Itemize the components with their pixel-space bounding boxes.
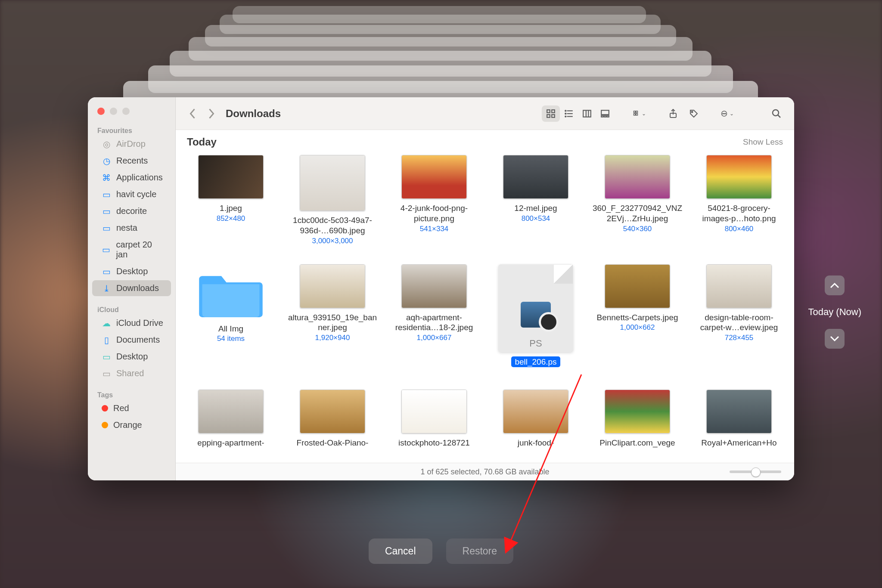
folder-icon: ▭	[102, 207, 111, 216]
sidebar-item-havit-cycle[interactable]: ▭havit cycle	[92, 186, 171, 202]
window-title: Downloads	[226, 108, 281, 120]
svg-point-26	[725, 113, 726, 114]
timeline-next-button[interactable]	[825, 329, 845, 349]
status-text: 1 of 625 selected, 70.68 GB available	[420, 467, 549, 477]
sidebar-item-nesta[interactable]: ▭nesta	[92, 220, 171, 236]
sidebar-item-desktop[interactable]: ▭Desktop	[92, 263, 171, 279]
share-button[interactable]	[664, 105, 682, 122]
file-item[interactable]: epping-apartment-	[180, 387, 282, 456]
svg-rect-17	[634, 111, 636, 113]
file-item[interactable]: Frosted-Oak-Piano-	[282, 387, 383, 456]
app-icon: ⌘	[102, 173, 111, 183]
svg-rect-0	[547, 110, 550, 113]
tags-button[interactable]	[685, 105, 703, 122]
sidebar-item-downloads[interactable]: ⤓Downloads	[92, 280, 171, 296]
sidebar-item-shared[interactable]: ▭Shared	[92, 365, 171, 381]
view-column-button[interactable]	[578, 105, 596, 122]
document-icon: ▯	[102, 335, 111, 345]
maximize-button[interactable]	[122, 108, 130, 115]
tag-dot-orange	[102, 422, 108, 428]
zoom-slider[interactable]	[730, 470, 781, 473]
window-controls	[88, 103, 175, 125]
svg-rect-16	[607, 115, 609, 117]
file-item[interactable]: istockphoto-128721	[383, 387, 485, 456]
main-pane: Downloads ⌄ ⌄ Today Show Less 1.j	[176, 97, 794, 480]
svg-point-22	[692, 111, 693, 112]
file-item[interactable]: Bennetts-Carpets.jpeg1,000×662	[587, 262, 688, 375]
folder-icon: ▭	[102, 190, 111, 199]
sidebar-item-airdrop[interactable]: ◎AirDrop	[92, 136, 171, 152]
sidebar-item-icloud-drive[interactable]: ☁iCloud Drive	[92, 315, 171, 331]
svg-rect-3	[552, 115, 555, 118]
download-icon: ⤓	[102, 284, 111, 293]
group-by-button[interactable]: ⌄	[630, 105, 649, 122]
airdrop-icon: ◎	[102, 139, 111, 149]
file-item[interactable]: 1cbc00dc-5c03-49a7-936d-…690b.jpeg3,000×…	[282, 152, 383, 253]
tag-dot-red	[102, 405, 108, 412]
sidebar-tag-red[interactable]: Red	[92, 400, 171, 416]
file-item[interactable]: 12-mel.jpeg800×534	[485, 152, 587, 253]
timeline-prev-button[interactable]	[825, 275, 845, 295]
close-button[interactable]	[97, 108, 105, 115]
file-item[interactable]: junk-food-	[485, 387, 587, 456]
ps-file-icon: PS	[498, 264, 573, 352]
file-item[interactable]: PinClipart.com_vege	[587, 387, 688, 456]
svg-line-28	[778, 115, 780, 118]
svg-rect-20	[636, 114, 638, 115]
cancel-button[interactable]: Cancel	[369, 538, 432, 564]
sidebar-item-decorite[interactable]: ▭decorite	[92, 203, 171, 219]
file-item[interactable]: 360_F_232770942_VNZ2EVj…ZrHu.jpeg540×360	[587, 152, 688, 253]
view-icon-button[interactable]	[542, 105, 560, 122]
minimize-button[interactable]	[110, 108, 117, 115]
view-mode-group	[541, 105, 615, 123]
more-button[interactable]: ⌄	[718, 105, 736, 122]
sidebar-item-carpet-20-jan[interactable]: ▭carpet 20 jan	[92, 237, 171, 263]
file-grid: 1.jpeg852×480 1cbc00dc-5c03-49a7-936d-…6…	[176, 152, 794, 463]
section-title: Today	[187, 136, 217, 148]
folder-icon: ▭	[102, 267, 111, 276]
cloud-icon: ☁	[102, 319, 111, 328]
clock-icon: ◷	[102, 156, 111, 166]
svg-rect-18	[636, 111, 638, 113]
svg-point-9	[565, 116, 566, 117]
toolbar: Downloads ⌄ ⌄	[176, 97, 794, 130]
view-gallery-button[interactable]	[596, 105, 614, 122]
folder-icon: ▭	[102, 245, 111, 254]
restore-button[interactable]: Restore	[446, 538, 514, 564]
file-item[interactable]: 54021-8-grocery-images-p…hoto.png800×460	[688, 152, 790, 253]
svg-point-25	[724, 113, 725, 114]
svg-point-7	[565, 110, 566, 111]
sidebar-header-icloud: iCloud	[88, 304, 175, 315]
file-item[interactable]: Royal+American+Ho	[688, 387, 790, 456]
sidebar-item-desktop-icloud[interactable]: ▭Desktop	[92, 349, 171, 365]
status-bar: 1 of 625 selected, 70.68 GB available	[176, 463, 794, 480]
sidebar-item-applications[interactable]: ⌘Applications	[92, 170, 171, 186]
sidebar-item-documents[interactable]: ▯Documents	[92, 332, 171, 348]
folder-icon: ▭	[102, 223, 111, 233]
file-item-selected[interactable]: PS bell_206.ps	[485, 262, 587, 375]
sidebar-item-recents[interactable]: ◷Recents	[92, 153, 171, 169]
file-item[interactable]: 1.jpeg852×480	[180, 152, 282, 253]
file-item[interactable]: aqh-apartment-residentia…18-2.jpeg1,000×…	[383, 262, 485, 375]
svg-rect-19	[634, 114, 636, 115]
sidebar-header-tags: Tags	[88, 390, 175, 400]
search-button[interactable]	[767, 105, 786, 122]
file-item[interactable]: 4-2-junk-food-png-picture.png541×334	[383, 152, 485, 253]
svg-rect-10	[583, 110, 591, 117]
file-item[interactable]: altura_939150_19e_banner.jpeg1,920×940	[282, 262, 383, 375]
view-list-button[interactable]	[560, 105, 578, 122]
shared-icon: ▭	[102, 369, 111, 378]
folder-item[interactable]: All Img54 items	[180, 262, 282, 375]
svg-rect-14	[601, 115, 603, 117]
sidebar-tag-orange[interactable]: Orange	[92, 417, 171, 433]
svg-point-27	[773, 110, 779, 116]
timeline-control: Today (Now)	[808, 275, 861, 349]
sidebar-header-favourites: Favourites	[88, 125, 175, 136]
finder-window: Favourites ◎AirDrop ◷Recents ⌘Applicatio…	[88, 97, 794, 480]
svg-rect-2	[547, 115, 550, 118]
show-less-toggle[interactable]: Show Less	[743, 137, 783, 147]
svg-point-24	[723, 113, 724, 114]
nav-forward-button[interactable]	[203, 105, 220, 122]
file-item[interactable]: design-table-room-carpet-w…eview.jpeg728…	[688, 262, 790, 375]
nav-back-button[interactable]	[184, 105, 201, 122]
